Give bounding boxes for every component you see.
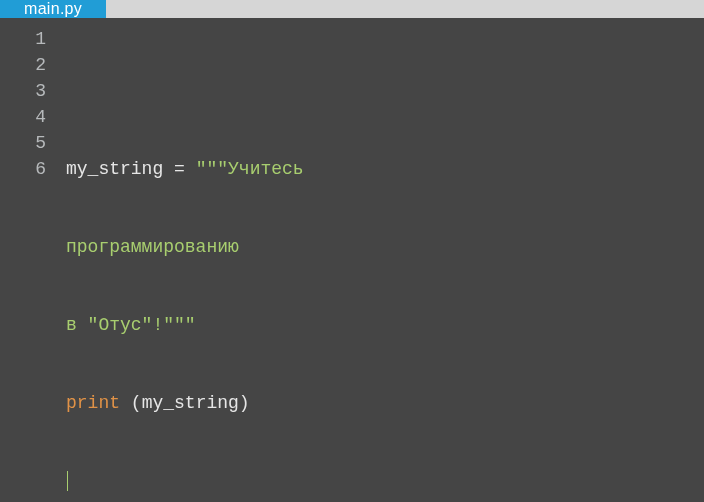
- text-cursor: [67, 471, 68, 491]
- code-area[interactable]: my_string = """Учитесь программированию …: [60, 18, 704, 502]
- code-line: print (my_string): [66, 390, 704, 416]
- string-literal: программированию: [66, 237, 239, 257]
- line-number: 4: [0, 104, 46, 130]
- code-line: программированию: [66, 234, 704, 260]
- line-number: 1: [0, 26, 46, 52]
- line-number: 6: [0, 156, 46, 182]
- identifier: my_string: [66, 159, 163, 179]
- file-tab-main[interactable]: main.py: [0, 0, 106, 18]
- builtin: print: [66, 393, 120, 413]
- file-tab-label: main.py: [24, 0, 82, 18]
- code-line: [66, 468, 704, 494]
- string-literal: """Учитесь: [196, 159, 304, 179]
- line-number: 3: [0, 78, 46, 104]
- line-number: 5: [0, 130, 46, 156]
- string-literal: в "Отус"!""": [66, 315, 196, 335]
- code-line: в "Отус"!""": [66, 312, 704, 338]
- line-number-gutter: 1 2 3 4 5 6: [0, 18, 60, 502]
- code-line: my_string = """Учитесь: [66, 156, 704, 182]
- tab-bar: main.py: [0, 0, 704, 18]
- line-number: 2: [0, 52, 46, 78]
- code-line: [66, 78, 704, 104]
- operator: =: [163, 159, 195, 179]
- punct: (: [120, 393, 142, 413]
- punct: ): [239, 393, 250, 413]
- code-editor[interactable]: 1 2 3 4 5 6 my_string = """Учитесь прогр…: [0, 18, 704, 502]
- identifier: my_string: [142, 393, 239, 413]
